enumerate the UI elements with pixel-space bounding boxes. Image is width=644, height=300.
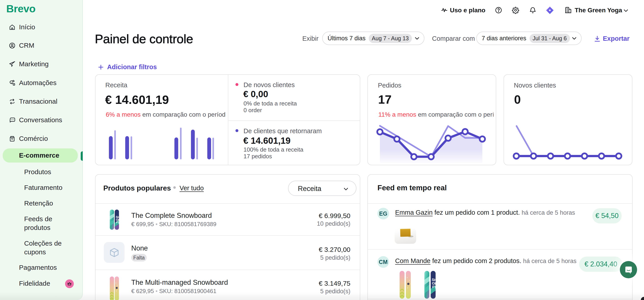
svg-text:FY: FY [116,220,119,224]
svg-text:FY: FY [432,285,437,289]
